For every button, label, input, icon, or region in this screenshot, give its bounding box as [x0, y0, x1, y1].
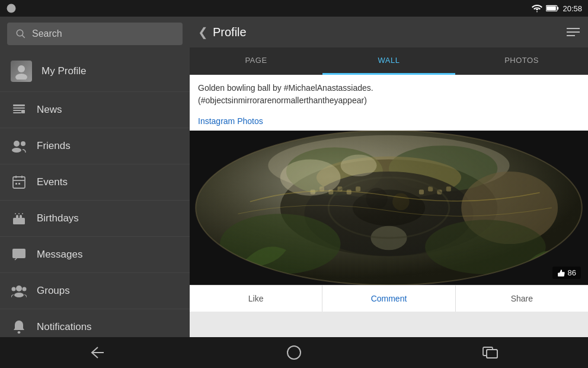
sidebar-item-events[interactable]: Events [0, 164, 190, 201]
events-icon [11, 174, 27, 191]
menu-line-1 [567, 28, 580, 29]
main-content: Search My Profile [0, 17, 588, 337]
svg-point-4 [17, 30, 23, 36]
status-bar: 20:58 [0, 0, 588, 17]
svg-rect-8 [13, 104, 25, 106]
bowling-ball-image [190, 131, 588, 285]
search-label: Search [32, 28, 62, 39]
back-nav-icon [90, 346, 106, 359]
avatar-image [13, 63, 30, 80]
sidebar-label-events: Events [37, 176, 68, 188]
post-actions: Like Comment Share [190, 285, 588, 312]
sidebar-label-groups: Groups [37, 285, 70, 297]
tab-photos[interactable]: PHOTOS [455, 47, 588, 75]
svg-point-13 [14, 141, 20, 147]
clock: 20:58 [563, 4, 582, 13]
profile-header-left: ❮ Profile [198, 25, 247, 39]
svg-point-28 [14, 293, 24, 297]
svg-point-14 [12, 148, 21, 153]
svg-point-15 [21, 141, 25, 146]
messages-icon [11, 246, 27, 263]
wifi-icon [532, 4, 542, 12]
sidebar: Search My Profile [0, 17, 190, 337]
friends-icon [11, 138, 27, 154]
sidebar-item-groups[interactable]: Groups [0, 273, 190, 309]
tabs-bar: PAGE WALL PHOTOS [190, 47, 588, 75]
svg-rect-11 [13, 112, 21, 113]
post-image: 86 [190, 131, 588, 285]
app-icon [6, 3, 17, 14]
svg-point-31 [18, 331, 21, 334]
sidebar-item-birthdays[interactable]: Birthdays [0, 201, 190, 237]
sidebar-item-my-profile[interactable]: My Profile [0, 51, 190, 92]
wall-content: Golden bowling ball by #MichaelAnastassi… [190, 75, 588, 337]
notifications-icon [11, 319, 27, 335]
share-button[interactable]: Share [456, 285, 588, 312]
groups-icon [11, 283, 27, 299]
tab-page[interactable]: PAGE [190, 47, 322, 75]
post-text: Golden bowling ball by #MichaelAnastassi… [190, 75, 588, 114]
instagram-link[interactable]: Instagram Photos [190, 114, 588, 131]
like-count-number: 86 [568, 268, 576, 277]
svg-rect-2 [557, 7, 558, 10]
menu-line-3 [567, 35, 575, 36]
search-icon [15, 28, 26, 39]
post-body: Golden bowling ball by #MichaelAnastassi… [198, 83, 373, 105]
avatar [11, 61, 32, 82]
sidebar-label-notifications: Notifications [37, 321, 92, 333]
svg-line-5 [23, 36, 25, 38]
sidebar-item-notifications[interactable]: Notifications [0, 309, 190, 337]
sidebar-label-my-profile: My Profile [41, 65, 87, 77]
sidebar-label-news: News [37, 104, 62, 116]
svg-rect-66 [487, 350, 497, 358]
news-icon [11, 101, 27, 118]
svg-point-61 [196, 131, 582, 285]
svg-point-29 [12, 287, 16, 291]
svg-point-64 [287, 346, 301, 359]
home-nav-icon [286, 344, 302, 361]
like-button[interactable]: Like [190, 285, 322, 312]
sidebar-item-messages[interactable]: Messages [0, 237, 190, 273]
svg-point-30 [23, 287, 27, 291]
sidebar-item-news[interactable]: News [0, 92, 190, 128]
svg-point-27 [16, 285, 22, 291]
battery-icon [546, 5, 559, 12]
svg-rect-22 [13, 218, 25, 224]
post-card: Golden bowling ball by #MichaelAnastassi… [190, 75, 588, 312]
tab-wall[interactable]: WALL [322, 47, 455, 75]
status-bar-right: 20:58 [532, 4, 582, 13]
sidebar-label-friends: Friends [37, 140, 71, 152]
sidebar-item-friends[interactable]: Friends [0, 128, 190, 164]
comment-button[interactable]: Comment [322, 285, 455, 312]
svg-rect-16 [13, 177, 25, 188]
svg-rect-20 [15, 183, 17, 185]
right-panel: ❮ Profile PAGE WALL PHOTOS Golden bowlin… [190, 17, 588, 337]
back-nav-button[interactable] [80, 342, 116, 363]
nav-bar [0, 337, 588, 368]
svg-rect-9 [13, 107, 25, 109]
search-bar[interactable]: Search [7, 23, 183, 45]
svg-rect-26 [12, 249, 25, 258]
sidebar-label-birthdays: Birthdays [37, 212, 79, 224]
svg-rect-3 [547, 6, 557, 10]
status-bar-left [6, 3, 17, 14]
back-chevron[interactable]: ❮ [198, 25, 208, 39]
like-count-badge: 86 [552, 267, 581, 279]
svg-rect-12 [21, 110, 25, 113]
svg-point-0 [7, 4, 16, 13]
recents-nav-icon [482, 346, 498, 359]
svg-point-7 [15, 74, 27, 80]
profile-header: ❮ Profile [190, 17, 588, 47]
page-title: Profile [213, 26, 247, 39]
thumbs-up-icon [557, 269, 565, 277]
menu-button[interactable] [567, 28, 580, 36]
menu-line-2 [567, 31, 580, 33]
svg-rect-21 [18, 183, 20, 185]
birthdays-icon [11, 210, 27, 227]
svg-rect-10 [13, 110, 21, 111]
home-nav-button[interactable] [276, 342, 312, 363]
sidebar-label-messages: Messages [37, 249, 82, 261]
svg-point-6 [18, 65, 25, 72]
recents-nav-button[interactable] [472, 342, 508, 363]
